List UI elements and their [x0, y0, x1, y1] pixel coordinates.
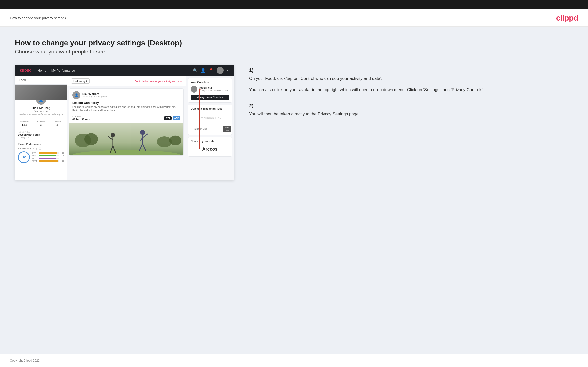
coach-name: David Ford	[199, 87, 228, 89]
breadcrumb: How to change your privacy settings	[10, 16, 66, 20]
followers-value: 3	[36, 123, 46, 127]
post-description: Looking to feel like my hands are exitin…	[69, 105, 183, 114]
step-2-text: You will then be taken directly to the P…	[249, 111, 573, 117]
header: How to change your privacy settings clip…	[0, 9, 588, 27]
feed-post: 👤 Blair McHarg Yesterday · Sunningdale L…	[69, 88, 184, 156]
annotation-line-vertical	[199, 89, 200, 149]
app-nav-items: Home My Performance	[38, 69, 75, 72]
trackman-input[interactable]	[191, 126, 222, 132]
top-bar	[0, 0, 588, 9]
privacy-link-container: Control who can see your activity and da…	[135, 79, 182, 83]
annotation-line-horizontal	[171, 89, 200, 89]
following-button[interactable]: Following ▾	[71, 78, 90, 84]
feed-main: Following ▾ Control who can see your act…	[67, 76, 186, 180]
step-1-number: 1)	[249, 67, 573, 73]
footer: Copyright Clippd 2022	[0, 354, 588, 367]
content-columns: clippd Home My Performance 🔍 👤 📍 ▼ Feed	[15, 65, 573, 180]
add-link-button[interactable]: Add Link	[223, 126, 231, 132]
privacy-control-link[interactable]: Control who can see your activity and da…	[135, 80, 182, 83]
svg-point-2	[84, 133, 98, 145]
profile-info: Blair McHarg Plus Handicap Royal North D…	[15, 105, 67, 118]
trackman-title: Upload a Trackman Test	[191, 107, 229, 110]
total-pq-label: Total Player Quality ⓘ	[18, 147, 64, 150]
coach-club: 📍 Royal North Devon Golf Club	[199, 89, 228, 92]
pq-bar-arg: ARG 86	[32, 157, 64, 159]
copyright: Copyright Clippd 2022	[10, 359, 40, 362]
right-sidebar: Your Coaches David Ford 📍 Royal North De…	[186, 76, 234, 180]
location-icon[interactable]: 📍	[209, 68, 214, 73]
feed-tab[interactable]: Feed	[15, 76, 67, 85]
svg-point-11	[140, 130, 145, 135]
post-meta: Yesterday · Sunningdale	[82, 95, 107, 98]
nav-my-performance[interactable]: My Performance	[51, 69, 75, 72]
followers-label: Followers	[36, 120, 46, 123]
coach-avatar	[191, 86, 197, 93]
pq-bars: OTT 90 APP	[32, 152, 64, 163]
app-mockup: clippd Home My Performance 🔍 👤 📍 ▼ Feed	[15, 65, 234, 180]
coach-info: David Ford 📍 Royal North Devon Golf Club	[199, 87, 228, 92]
manage-coaches-button[interactable]: Manage Your Coaches	[191, 95, 229, 100]
profile-stat-following: Following 4	[53, 120, 62, 127]
post-username: Blair McHarg	[82, 92, 107, 95]
step-1-text-part1: On your Feed, click/tap on 'Control who …	[249, 75, 573, 82]
page-subtitle: Choose what you want people to see	[15, 49, 573, 55]
profile-name: Blair McHarg	[17, 106, 65, 110]
chevron-down-icon[interactable]: ▼	[227, 69, 229, 72]
profile-stat-activities: Activities 131	[20, 120, 29, 127]
step-1-text-part2: You can also click on your avatar in the…	[249, 86, 573, 93]
step-2-number: 2)	[249, 103, 573, 109]
svg-point-6	[111, 133, 115, 137]
badge-app: APP	[173, 116, 180, 120]
post-user-info: Blair McHarg Yesterday · Sunningdale	[82, 92, 107, 98]
app-body: Feed 👤 Blair McHarg Plus Handicap Royal …	[15, 76, 234, 180]
post-image	[69, 123, 183, 155]
trackman-card: Upload a Trackman Test Trackman Link Add…	[188, 105, 232, 135]
profile-handicap: Plus Handicap	[17, 110, 65, 113]
badge-ott: OTT	[164, 116, 172, 120]
post-avatar: 👤	[72, 91, 80, 99]
player-performance-section: Player Performance Total Player Quality …	[15, 141, 67, 165]
clippd-logo: clippd	[556, 13, 578, 23]
svg-point-4	[169, 136, 181, 145]
trackman-placeholder: Trackman Link	[191, 112, 229, 124]
activities-label: Activities	[20, 120, 29, 123]
duration-value: 01 hr : 30 min	[72, 118, 90, 121]
coach-row: David Ford 📍 Royal North Devon Golf Club	[191, 86, 229, 93]
instruction-step-2: 2) You will then be taken directly to th…	[249, 103, 573, 117]
trackman-input-row: Add Link	[191, 126, 229, 132]
profile-stats: Activities 131 Followers 3 Following 4	[15, 118, 67, 129]
feed-post-header: 👤 Blair McHarg Yesterday · Sunningdale	[69, 89, 183, 101]
page-title: How to change your privacy settings (Des…	[15, 39, 573, 47]
post-title: Lesson with Fordy	[69, 101, 183, 105]
info-icon: ⓘ	[39, 147, 41, 150]
duration-info: Duration 01 hr : 30 min	[72, 115, 90, 121]
profile-stat-followers: Followers 3	[36, 120, 46, 127]
latest-activity-label: Latest Activity	[18, 131, 64, 133]
connect-title: Connect your data	[191, 140, 229, 143]
pq-bar-app: APP 85	[32, 155, 64, 157]
user-icon[interactable]: 👤	[201, 68, 206, 73]
activities-value: 131	[20, 123, 29, 127]
arccos-logo: Arccos	[191, 145, 229, 154]
player-performance-title: Player Performance	[18, 143, 64, 146]
pq-bar-putt: PUTT 96	[32, 160, 64, 162]
latest-activity-name: Lesson with Fordy	[18, 133, 64, 136]
profile-cover	[15, 85, 67, 100]
search-icon[interactable]: 🔍	[193, 68, 198, 73]
post-duration: Duration 01 hr : 30 min OTT APP	[69, 114, 183, 123]
instructions-panel: 1) On your Feed, click/tap on 'Control w…	[244, 65, 573, 128]
following-label: Following	[53, 120, 62, 123]
nav-home[interactable]: Home	[38, 69, 46, 72]
pq-bar-ott: OTT 90	[32, 152, 64, 154]
connect-data-card: Connect your data Arccos	[188, 137, 232, 157]
latest-activity-section: Latest Activity Lesson with Fordy 03 Aug…	[15, 129, 67, 141]
latest-activity-date: 03 Aug 2022	[18, 136, 64, 139]
following-value: 4	[53, 123, 62, 127]
coaches-card: Your Coaches David Ford 📍 Royal North De…	[188, 78, 232, 103]
profile-club: Royal North Devon Golf Club, United King…	[17, 113, 65, 116]
main-content: How to change your privacy settings (Des…	[0, 27, 588, 354]
chevron-icon: ▾	[86, 79, 87, 83]
user-avatar[interactable]	[217, 67, 224, 74]
instruction-step-1: 1) On your Feed, click/tap on 'Control w…	[249, 67, 573, 93]
feed-header: Following ▾ Control who can see your act…	[67, 76, 186, 86]
